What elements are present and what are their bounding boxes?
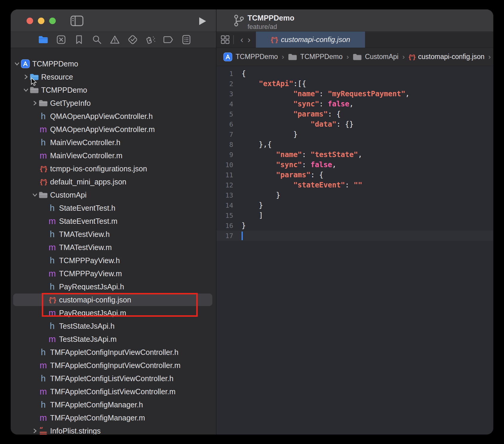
disclosure-right-icon[interactable] — [31, 101, 39, 105]
json-file-icon: {“} — [39, 178, 48, 186]
tree-row-tcmppdemo[interactable]: TCMPPDemo — [11, 57, 216, 70]
tree-row-stateeventtest-h[interactable]: hStateEventTest.h — [11, 201, 216, 215]
folder-icon — [30, 86, 39, 94]
tree-row-tmfappletconfiginputviewcontroller-m[interactable]: mTMFAppletConfigInputViewController.m — [11, 359, 216, 372]
code-line-17[interactable]: 17 — [217, 231, 493, 241]
minimize-window-button[interactable] — [38, 18, 44, 24]
close-window-button[interactable] — [27, 18, 33, 24]
go-forward-icon[interactable]: › — [248, 35, 251, 44]
tree-row-label: CustomApi — [50, 191, 86, 199]
tree-row-tmatestview-h[interactable]: hTMATestView.h — [11, 228, 216, 241]
tree-row-mainviewcontroller-h[interactable]: hMainViewController.h — [11, 136, 216, 149]
code-line-9[interactable]: 9 "name": "testState", — [217, 150, 493, 160]
tree-row-tmatestview-m[interactable]: mTMATestView.m — [11, 241, 216, 254]
header-file-icon: h — [48, 203, 57, 213]
code-line-15[interactable]: 15 ] — [217, 210, 493, 221]
find-icon[interactable] — [92, 35, 102, 45]
implementation-file-icon: m — [48, 216, 57, 226]
implementation-file-icon: m — [39, 361, 48, 370]
breadcrumb-item[interactable]: TCMPPDemo — [236, 53, 278, 61]
disclosure-down-icon[interactable] — [22, 88, 30, 92]
disclosure-right-icon[interactable] — [22, 74, 30, 79]
project-app-icon — [223, 52, 232, 61]
tree-row-customapi[interactable]: CustomApi — [11, 188, 216, 201]
tree-row-payrequestjsapi-h[interactable]: hPayRequestJsApi.h — [11, 280, 216, 293]
code-line-11[interactable]: 11 "params": { — [217, 170, 493, 180]
code-line-7[interactable]: 7 } — [217, 129, 493, 139]
tree-row-stateeventtest-m[interactable]: mStateEventTest.m — [11, 215, 216, 228]
tree-row-qmaopenappviewcontroller-h[interactable]: hQMAOpenAppViewController.h — [11, 110, 216, 123]
line-number: 11 — [217, 171, 233, 179]
tree-row-tmfappletconfigmanager-m[interactable]: mTMFAppletConfigManager.m — [11, 411, 216, 424]
code-line-2[interactable]: 2 "extApi":[{ — [217, 79, 493, 89]
tree-row-qmaopenappviewcontroller-m[interactable]: mQMAOpenAppViewController.m — [11, 123, 216, 136]
tree-row-tmfappletconfiglistviewcontroller-h[interactable]: hTMFAppletConfigListViewController.h — [11, 372, 216, 385]
toggle-sidebar-icon[interactable] — [70, 15, 84, 26]
project-title: TCMPPDemo — [248, 14, 294, 22]
tree-row-tcmpppayview-m[interactable]: mTCMPPPayView.m — [11, 267, 216, 280]
code-line-1[interactable]: 1{ — [217, 69, 493, 79]
tree-row-label: TCMPPPayView.m — [59, 269, 122, 278]
go-back-icon[interactable]: ‹ — [240, 35, 243, 44]
implementation-file-icon: m — [39, 151, 48, 161]
tree-row-resource[interactable]: Resource — [11, 70, 216, 83]
tab-label: customapi-config.json — [281, 35, 350, 44]
header-file-icon: h — [39, 347, 48, 357]
code-line-3[interactable]: 3 "name": "myRequestPayment", — [217, 89, 493, 99]
tree-row-tmfappletconfiglistviewcontroller-m[interactable]: mTMFAppletConfigListViewController.m — [11, 385, 216, 398]
json-file-icon: {“} — [39, 165, 48, 173]
tree-row-infoplist-strings[interactable]: “InfoPlist.strings — [11, 424, 216, 434]
run-button[interactable] — [199, 17, 206, 25]
code-line-12[interactable]: 12 "stateEvent": "" — [217, 180, 493, 190]
tree-row-tmfappletconfigmanager-h[interactable]: hTMFAppletConfigManager.h — [11, 398, 216, 411]
tree-row-tcmppdemo[interactable]: TCMPPDemo — [11, 83, 216, 97]
report-icon[interactable] — [181, 35, 191, 45]
project-navigator-icon[interactable] — [38, 35, 48, 45]
code-editor[interactable]: 1{2 "extApi":[{3 "name": "myRequestPayme… — [217, 66, 493, 434]
code-line-8[interactable]: 8 },{ — [217, 139, 493, 150]
breakpoint-icon[interactable] — [163, 35, 174, 45]
breadcrumb-item[interactable]: customapi-config.json — [418, 53, 484, 61]
tab-customapi-config[interactable]: {“} customapi-config.json — [256, 32, 365, 48]
line-number: 10 — [217, 161, 233, 169]
tree-row-default-mini-apps-json[interactable]: {“}default_mini_apps.json — [11, 175, 216, 188]
tab-overview-icon[interactable] — [221, 35, 230, 44]
tree-row-tcmpppayview-h[interactable]: hTCMPPPayView.h — [11, 254, 216, 267]
tree-row-label: default_mini_apps.json — [50, 178, 126, 186]
debug-icon[interactable] — [146, 35, 156, 45]
tree-row-tcmpp-ios-configurations-json[interactable]: {“}tcmpp-ios-configurations.json — [11, 162, 216, 175]
code-line-13[interactable]: 13 } — [217, 190, 493, 200]
tree-row-teststatejsapi-h[interactable]: hTestStateJsApi.h — [11, 319, 216, 333]
bookmark-icon[interactable] — [74, 35, 84, 45]
code-text: "sync": false, — [242, 100, 354, 108]
code-line-14[interactable]: 14 } — [217, 200, 493, 210]
test-icon[interactable] — [128, 35, 138, 45]
tree-row-tmfappletconfiginputviewcontroller-h[interactable]: hTMFAppletConfigInputViewController.h — [11, 346, 216, 359]
code-line-5[interactable]: 5 "params": { — [217, 109, 493, 119]
code-line-4[interactable]: 4 "sync": false, — [217, 99, 493, 109]
tree-row-label: TCMPPDemo — [32, 60, 78, 68]
breadcrumb-separator-icon: › — [488, 53, 491, 61]
tree-row-teststatejsapi-m[interactable]: mTestStateJsApi.m — [11, 333, 216, 346]
code-line-6[interactable]: 6 "data": {} — [217, 119, 493, 129]
tree-row-mainviewcontroller-m[interactable]: mMainViewController.m — [11, 149, 216, 162]
strings-file-icon: “ — [39, 427, 48, 434]
issue-icon[interactable] — [110, 35, 120, 45]
breadcrumb-separator-icon: › — [282, 53, 284, 61]
annotation-red-box — [42, 293, 198, 317]
tree-row-gettypeinfo[interactable]: GetTypeInfo — [11, 97, 216, 110]
folder-icon — [39, 191, 48, 198]
code-line-10[interactable]: 10 "sync": false, — [217, 160, 493, 170]
sidebar-editor-divider[interactable] — [216, 10, 217, 434]
source-control-icon[interactable] — [56, 35, 66, 45]
disclosure-right-icon[interactable] — [31, 429, 39, 433]
code-line-16[interactable]: 16} — [217, 221, 493, 231]
code-text: "name": "testState", — [242, 150, 362, 159]
breadcrumb-item[interactable]: TCMPPDemo — [300, 53, 343, 61]
disclosure-down-icon[interactable] — [31, 192, 39, 197]
tree-row-label: QMAOpenAppViewController.m — [50, 125, 155, 134]
line-number: 12 — [217, 181, 233, 189]
zoom-window-button[interactable] — [49, 18, 56, 24]
breadcrumb-item[interactable]: CustomApi — [365, 53, 398, 61]
disclosure-down-icon[interactable] — [13, 61, 21, 66]
